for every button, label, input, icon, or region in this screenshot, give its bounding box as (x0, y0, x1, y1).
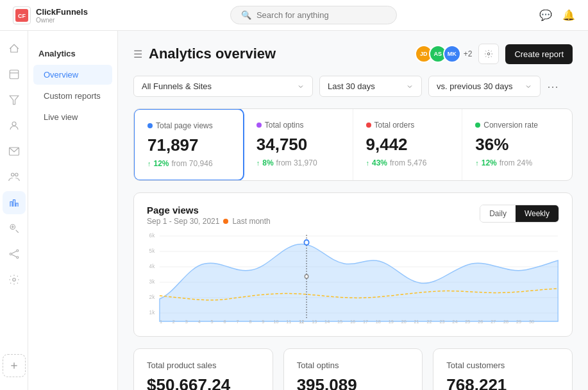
svg-point-32 (304, 240, 308, 245)
logo: CF (13, 6, 31, 24)
svg-text:30: 30 (529, 319, 534, 325)
search-input[interactable] (256, 10, 385, 20)
svg-rect-2 (10, 70, 19, 79)
svg-text:23: 23 (439, 319, 444, 325)
notifications-icon[interactable]: 🔔 (562, 9, 575, 21)
svg-text:15: 15 (337, 319, 342, 325)
chart-title-area: Page views Sep 1 - Sep 30, 2021 Last mon… (147, 205, 271, 226)
svg-point-11 (16, 250, 18, 251)
funnel-filter-label: All Funnels & Sites (142, 81, 212, 91)
brand-name: ClickFunnels (36, 7, 88, 17)
card-title-2: Total customers (446, 360, 559, 370)
sidebar-item-overview[interactable]: Overview (33, 65, 112, 85)
stat-change-2: ↑ 43% from 5,476 (366, 158, 449, 167)
stat-from-1: from 31,970 (276, 158, 317, 167)
svg-text:6k: 6k (149, 232, 155, 239)
stat-pct-0: 12% (154, 159, 169, 168)
nav-email[interactable] (3, 140, 26, 163)
svg-text:17: 17 (363, 319, 368, 325)
chart-date-range: Sep 1 - Sep 30, 2021 (147, 217, 219, 226)
card-value-1: 395,089 (297, 375, 410, 390)
topbar: CF ClickFunnels Owner 🔍 💬 🔔 (0, 0, 588, 31)
last-month-dot (223, 219, 228, 224)
nav-affiliates[interactable] (3, 242, 26, 266)
svg-point-8 (15, 173, 18, 176)
chart-subtitle: Sep 1 - Sep 30, 2021 Last month (147, 217, 271, 226)
menu-icon[interactable]: ☰ (133, 48, 142, 60)
topbar-actions: 💬 🔔 (539, 9, 575, 21)
create-report-button[interactable]: Create report (505, 44, 573, 64)
toggle-daily-button[interactable]: Daily (480, 205, 516, 222)
stat-from-2: from 5,476 (390, 158, 426, 167)
brand-text: ClickFunnels Owner (36, 7, 88, 24)
funnel-filter[interactable]: All Funnels & Sites (133, 76, 313, 97)
stat-dot-1 (256, 123, 262, 128)
page-title: Analytics overview (149, 46, 276, 62)
chart-area: 6k 5k 4k 3k 2k 1k (147, 228, 559, 325)
chart-legend-last: Last month (232, 217, 270, 226)
nav-funnels[interactable] (3, 89, 26, 112)
nav-pages[interactable] (3, 63, 26, 86)
comparison-filter[interactable]: vs. previous 30 days (428, 76, 541, 97)
comparison-filter-label: vs. previous 30 days (437, 81, 513, 91)
avatar-group: JD AS MK +2 (415, 45, 473, 63)
stat-change-0: ↑ 12% from 70,946 (147, 159, 230, 168)
stat-dot-2 (366, 123, 371, 128)
nav-add[interactable] (3, 354, 26, 377)
svg-text:9: 9 (262, 319, 264, 325)
svg-text:2: 2 (172, 319, 175, 325)
filter-more[interactable]: ⋯ (547, 80, 559, 94)
stat-value-0: 71,897 (147, 135, 230, 155)
svg-marker-4 (10, 96, 19, 105)
period-filter[interactable]: Last 30 days (319, 76, 422, 97)
nav-settings[interactable] (3, 268, 26, 291)
stat-value-2: 9,442 (366, 135, 449, 155)
nav-contacts[interactable] (3, 114, 26, 137)
svg-text:14: 14 (324, 319, 330, 325)
settings-button[interactable] (478, 44, 499, 64)
svg-text:13: 13 (312, 319, 317, 325)
nav-sales[interactable] (3, 217, 26, 240)
nav-analytics[interactable] (3, 191, 26, 214)
svg-point-7 (11, 173, 14, 176)
stat-label-3: Conversion rate (475, 121, 559, 130)
svg-text:8: 8 (249, 319, 251, 325)
nav-home[interactable] (3, 37, 26, 60)
svg-text:3k: 3k (149, 278, 155, 285)
main-layout: Analytics Overview Custom reports Live v… (0, 31, 588, 390)
sidebar-item-custom-reports[interactable]: Custom reports (33, 86, 112, 106)
card-value-0: $50,667.24 (147, 375, 260, 390)
search-icon: 🔍 (241, 10, 251, 20)
stat-from-0: from 70,946 (172, 159, 213, 168)
card-total-optins: Total optins 395,089 ↑ 28% from 284,465 (283, 348, 423, 390)
svg-text:3: 3 (185, 319, 188, 325)
card-total-customers: Total customers 768,221 ↑ 32% from $22,3… (433, 348, 573, 390)
svg-text:1: 1 (160, 319, 162, 325)
svg-text:5: 5 (211, 319, 214, 325)
svg-point-15 (12, 278, 15, 282)
svg-point-10 (10, 253, 12, 255)
search-bar[interactable]: 🔍 (230, 6, 397, 24)
svg-text:29: 29 (516, 319, 521, 325)
stat-dot-3 (475, 123, 480, 128)
sidebar-item-live-view[interactable]: Live view (33, 107, 112, 127)
chart-header: Page views Sep 1 - Sep 30, 2021 Last mon… (147, 205, 559, 226)
svg-point-5 (12, 122, 16, 126)
stat-pct-3: 12% (482, 158, 497, 167)
toggle-weekly-button[interactable]: Weekly (516, 205, 559, 222)
stat-pct-1: 8% (262, 158, 273, 167)
header-right: JD AS MK +2 Create report (415, 44, 573, 64)
bottom-cards: Total product sales $50,667.24 ↑ 12% fro… (133, 348, 573, 390)
card-product-sales: Total product sales $50,667.24 ↑ 12% fro… (133, 348, 273, 390)
svg-text:20: 20 (401, 319, 407, 325)
sidebar-title: Analytics (28, 38, 117, 64)
nav-group2[interactable] (3, 165, 26, 189)
messages-icon[interactable]: 💬 (539, 9, 552, 21)
card-title-0: Total product sales (147, 360, 260, 370)
svg-text:21: 21 (414, 319, 419, 325)
stat-arrow-3: ↑ (475, 159, 479, 167)
svg-line-14 (12, 255, 17, 257)
svg-text:10: 10 (273, 319, 278, 325)
avatar-count: +2 (464, 49, 473, 58)
svg-text:22: 22 (427, 319, 432, 325)
